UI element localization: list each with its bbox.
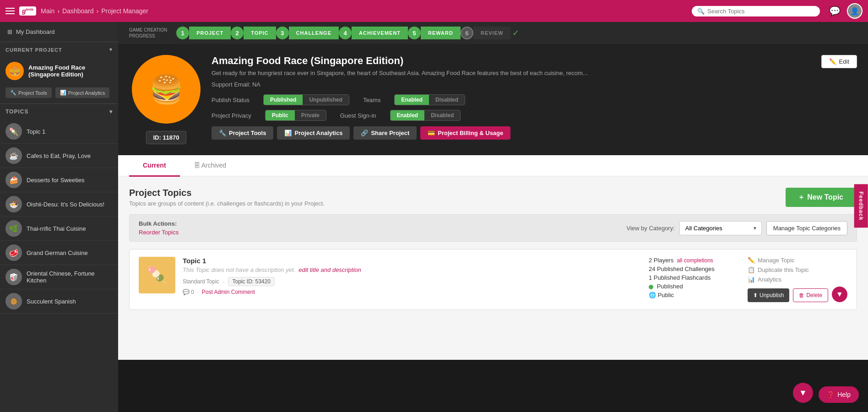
privacy-toggle[interactable]: Public Private xyxy=(265,110,326,121)
manage-topic-link[interactable]: ✏️ Manage Topic xyxy=(748,257,821,264)
current-project-section: CURRENT PROJECT ▾ xyxy=(0,42,118,57)
hamburger-menu[interactable] xyxy=(5,8,15,14)
project-billing-btn[interactable]: 💳 Project Billing & Usage xyxy=(420,126,510,140)
duplicate-icon: 📋 xyxy=(748,266,755,273)
checkmark-icon: ✓ xyxy=(512,28,519,38)
edit-project-button[interactable]: ✏️ Edit xyxy=(821,55,857,68)
publish-toggle[interactable]: Published Unpublished xyxy=(263,94,349,105)
progress-step-1[interactable]: 1 PROJECT xyxy=(176,27,231,39)
topics-chevron-icon[interactable]: ▾ xyxy=(109,108,113,115)
bulk-actions-label: Bulk Actions: xyxy=(139,220,177,227)
analytics-icon: 📊 xyxy=(60,90,66,96)
progress-step-2[interactable]: 2 TOPIC xyxy=(231,27,276,39)
step-circle-2: 2 xyxy=(231,27,244,39)
guest-disabled-btn[interactable]: Disabled xyxy=(424,110,460,120)
reorder-topics-link[interactable]: Reorder Topics xyxy=(139,229,179,236)
sidebar-topic-2[interactable]: ☕ Cafes to Eat, Pray, Love xyxy=(0,144,118,168)
avatar[interactable]: 👤 xyxy=(847,3,863,19)
comment-icon: 💬 xyxy=(183,289,190,295)
sidebar-topic-5[interactable]: 🌿 Thai-rrific Thai Cuisine xyxy=(0,217,118,241)
project-tools-button[interactable]: 🔧 Project Tools xyxy=(5,87,52,98)
edit-topic-link[interactable]: edit title and description xyxy=(298,266,361,273)
topics-content: Project Topics Topics are groups of cont… xyxy=(118,177,868,360)
progress-steps: 1 PROJECT 2 TOPIC 3 CHALLENGE 4 ACHIEVEM… xyxy=(176,27,857,39)
duplicate-topic-link[interactable]: 📋 Duplicate this Topic xyxy=(748,266,821,273)
topics-subtitle: Topics are groups of content (i.e. chall… xyxy=(129,200,325,207)
search-bar[interactable]: 🔍 xyxy=(692,6,820,16)
help-icon: ❓ xyxy=(827,391,835,398)
guest-enabled-btn[interactable]: Enabled xyxy=(391,110,425,120)
teams-toggle[interactable]: Enabled Disabled xyxy=(394,94,465,105)
progress-step-4[interactable]: 4 ACHIEVEMENT xyxy=(339,27,408,39)
published-btn[interactable]: Published xyxy=(264,95,303,105)
topic-card-1: 🍡 Topic 1 This Topic does not have a des… xyxy=(129,249,857,310)
public-btn[interactable]: Public xyxy=(266,110,295,120)
topic-thumb-8: 🥘 xyxy=(5,293,22,309)
unpublished-btn[interactable]: Unpublished xyxy=(303,95,349,105)
step-circle-5: 5 xyxy=(408,27,421,39)
topic-thumb-7: 🥡 xyxy=(5,269,22,285)
topic-card-tags: Standard Topic · Topic ID: 53420 xyxy=(183,277,641,286)
chevron-down-icon[interactable]: ▾ xyxy=(109,47,113,53)
breadcrumb-project-manager[interactable]: Project Manager xyxy=(101,7,148,15)
analytics-topic-link[interactable]: 📊 Analytics xyxy=(748,276,821,283)
sidebar-dashboard[interactable]: ⊞ My Dashboard xyxy=(0,22,118,42)
teams-enabled-btn[interactable]: Enabled xyxy=(395,95,429,105)
feedback-tab[interactable]: Feedback xyxy=(854,184,868,228)
archived-icon: 🗄 xyxy=(194,162,201,169)
project-info: Amazing Food Race (Singapore Edition) Ge… xyxy=(212,55,854,144)
sidebar: ⊞ My Dashboard CURRENT PROJECT ▾ 🍔 Amazi… xyxy=(0,22,118,412)
tab-current[interactable]: Current xyxy=(129,155,180,177)
project-share-btn[interactable]: 🔗 Share Project xyxy=(353,126,417,140)
category-select[interactable]: All Categories xyxy=(679,221,762,235)
unpublish-topic-button[interactable]: ⬆ Unpublish xyxy=(748,288,789,302)
project-support: Support Email: NA xyxy=(212,81,854,88)
float-expand-button[interactable]: ▼ xyxy=(793,383,813,403)
all-completions-link[interactable]: all completions xyxy=(677,257,713,264)
step-label-5: REWARD xyxy=(421,27,461,39)
search-input[interactable] xyxy=(707,8,814,15)
manage-icon: ✏️ xyxy=(748,257,755,264)
private-btn[interactable]: Private xyxy=(295,110,326,120)
new-topic-button[interactable]: + New Topic xyxy=(786,188,857,207)
guest-toggle[interactable]: Enabled Disabled xyxy=(390,110,461,121)
trash-icon: 🗑 xyxy=(799,292,804,298)
sidebar-topic-8[interactable]: 🥘 Succulent Spanish xyxy=(0,289,118,314)
breadcrumb-dashboard[interactable]: Dashboard xyxy=(62,7,94,15)
teams-disabled-btn[interactable]: Disabled xyxy=(429,95,465,105)
delete-topic-button[interactable]: 🗑 Delete xyxy=(793,288,828,302)
help-button[interactable]: ❓ Help xyxy=(819,386,859,403)
manage-topic-categories-button[interactable]: Manage Topic Categories xyxy=(766,221,847,235)
progress-step-5[interactable]: 5 REWARD xyxy=(408,27,461,39)
project-analytics-action-btn[interactable]: 📊 Project Analytics xyxy=(277,126,350,140)
project-analytics-button[interactable]: 📊 Project Analytics xyxy=(55,87,110,98)
project-tools-action-btn[interactable]: 🔧 Project Tools xyxy=(212,126,273,140)
current-project-item[interactable]: 🍔 Amazing Food Race (Singapore Edition) xyxy=(0,57,118,85)
guest-signin-label: Guest Sign-in xyxy=(340,112,376,119)
post-admin-comment-link[interactable]: Post Admin Comment xyxy=(202,289,255,295)
sidebar-topic-1[interactable]: 🍡 Topic 1 xyxy=(0,119,118,144)
progress-step-6[interactable]: 6 REVIEW ✓ xyxy=(461,27,519,39)
tab-archived[interactable]: 🗄 Archived xyxy=(180,155,240,177)
topic-card-info: Topic 1 This Topic does not have a descr… xyxy=(183,257,641,295)
breadcrumb-main[interactable]: Main xyxy=(41,7,54,15)
bulk-actions-bar: Bulk Actions: Reorder Topics View by Cat… xyxy=(129,214,857,242)
step-circle-4: 4 xyxy=(339,27,352,39)
globe-icon: 🌐 xyxy=(649,292,656,298)
sidebar-topic-7[interactable]: 🥡 Oriental Chinese, Fortune Kitchen xyxy=(0,265,118,289)
chart-icon: 📊 xyxy=(284,130,292,136)
expand-topic-button[interactable]: ▼ xyxy=(832,287,847,302)
topic-name-5: Thai-rrific Thai Cuisine xyxy=(27,225,86,232)
topic-id-badge: Topic ID: 53420 xyxy=(228,277,274,286)
topic-name-3: Desserts for Sweeties xyxy=(27,177,84,184)
sidebar-topic-6[interactable]: 🥩 Grand German Cuisine xyxy=(0,241,118,265)
progress-step-3[interactable]: 3 CHALLENGE xyxy=(276,27,339,39)
publish-label: Publish Status xyxy=(212,97,250,103)
sidebar-topic-4[interactable]: 🍜 Oishii-Desu: It's So Delicious! xyxy=(0,192,118,217)
sidebar-topic-3[interactable]: 🍰 Desserts for Sweeties xyxy=(0,168,118,192)
category-select-wrap[interactable]: All Categories xyxy=(679,221,762,235)
project-id-badge: ID: 11870 xyxy=(146,131,186,144)
topic-action-buttons: ⬆ Unpublish 🗑 Delete xyxy=(748,288,821,302)
topic-thumb-4: 🍜 xyxy=(5,196,22,212)
chat-icon[interactable]: 💬 xyxy=(829,5,841,16)
